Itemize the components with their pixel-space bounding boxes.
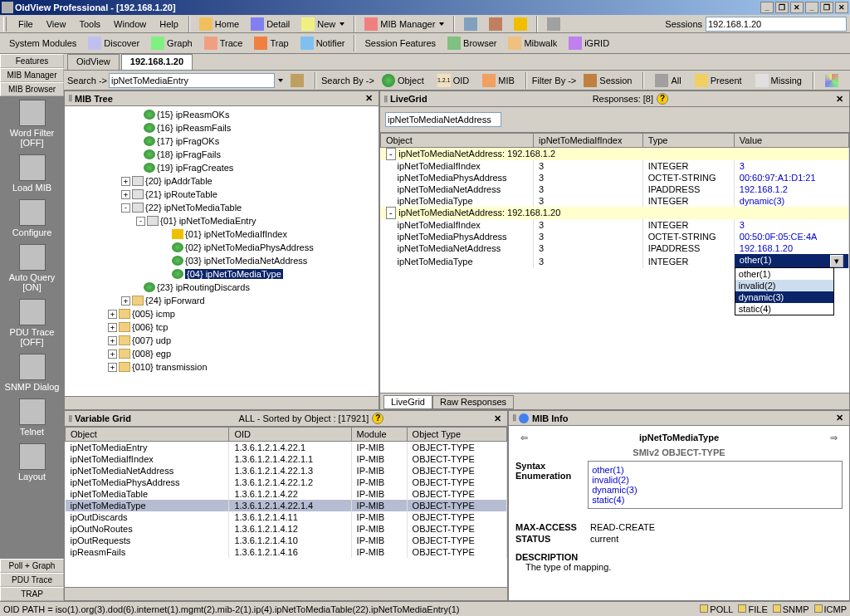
tree-node[interactable]: {03} ipNetToMediaNetAddress: [66, 254, 377, 267]
table-row[interactable]: ipNetToMediaIfIndex3INTEGER3: [381, 219, 849, 231]
column-header[interactable]: Module: [351, 428, 407, 442]
collapse-icon[interactable]: -: [136, 217, 145, 226]
filter-session[interactable]: Session: [578, 71, 638, 90]
cell-value[interactable]: 3: [734, 160, 848, 172]
cell-value[interactable]: 00:60:97:A1:D1:21: [734, 172, 848, 183]
expand-icon[interactable]: +: [108, 336, 117, 345]
graph-button[interactable]: Graph: [145, 34, 198, 52]
table-row[interactable]: ipNetToMediaIfIndex3INTEGER3: [381, 160, 849, 172]
prev-button[interactable]: ⇐: [515, 433, 533, 443]
sidebar-item[interactable]: SNMP Dialog: [0, 350, 64, 395]
table-row[interactable]: ipNetToMediaPhysAddress3OCTET-STRING00:6…: [381, 172, 849, 183]
column-header[interactable]: Object Type: [407, 428, 506, 442]
tree-body[interactable]: {15} ipReasmOKs{16} ipReasmFails{17} ipF…: [65, 106, 379, 396]
tree-node[interactable]: {02} ipNetToMediaPhysAddress: [66, 241, 377, 254]
tab-oidview[interactable]: OidView: [67, 54, 120, 70]
menu-tools[interactable]: Tools: [72, 17, 107, 31]
tree-node[interactable]: +{007} udp: [66, 334, 377, 347]
tree-node[interactable]: +{006} tcp: [66, 320, 377, 334]
close-button[interactable]: ✕: [790, 2, 804, 13]
table-row[interactable]: ipNetToMediaType3INTEGER▾other(1)invalid…: [381, 254, 849, 268]
group-header[interactable]: - ipNetToMediaNetAddress: 192.168.1.20: [381, 207, 849, 219]
sidebar-item[interactable]: Telnet: [0, 395, 64, 440]
sidebar-tab-trap[interactable]: TRAP: [0, 587, 64, 601]
tree-node[interactable]: {16} ipReasmFails: [66, 121, 377, 134]
expand-icon[interactable]: +: [108, 363, 117, 372]
vargrid-table[interactable]: ObjectOIDModuleObject TypeipNetToMediaEn…: [65, 427, 507, 587]
expand-icon[interactable]: +: [108, 350, 117, 359]
group-header[interactable]: - ipNetToMediaNetAddress: 192.168.1.2: [381, 148, 849, 161]
trace-button[interactable]: Trace: [198, 34, 249, 52]
tree-node[interactable]: -{22} ipNetToMediaTable: [66, 201, 377, 214]
tree-node[interactable]: {04} ipNetToMediaType: [66, 267, 377, 281]
tree-node[interactable]: {01} ipNetToMediaIfIndex: [66, 227, 377, 241]
sidebar-tab-mib-manager[interactable]: MIB Manager: [0, 68, 64, 82]
tree-node[interactable]: +{24} ipForward: [66, 294, 377, 307]
expand-icon[interactable]: +: [121, 177, 130, 186]
sidebar-item[interactable]: PDU Trace [OFF]: [0, 296, 64, 350]
tree-node[interactable]: +{010} transmission: [66, 360, 377, 374]
cell-value[interactable]: dynamic(3): [734, 195, 848, 207]
table-row[interactable]: ipNetToMediaType3INTEGERdynamic(3): [381, 195, 849, 207]
mib-manager-button[interactable]: MIB Manager: [359, 15, 450, 33]
column-header[interactable]: ipNetToMediaIfIndex: [534, 134, 643, 148]
tree-node[interactable]: {15} ipReasmOKs: [66, 108, 377, 121]
table-row[interactable]: ipNetToMediaNetAddress1.3.6.1.2.1.4.22.1…: [66, 465, 507, 477]
dropdown-input[interactable]: [740, 255, 814, 265]
notifier-button[interactable]: Notifier: [295, 34, 351, 52]
close-panel-button[interactable]: ✕: [363, 93, 375, 104]
table-row[interactable]: ipOutDiscards1.3.6.1.2.1.4.11IP-MIBOBJEC…: [66, 511, 507, 523]
tree-node[interactable]: -{01} ipNetToMediaEntry: [66, 214, 377, 227]
tool-icon-4[interactable]: [541, 15, 566, 33]
table-row[interactable]: ipNetToMediaPhysAddress1.3.6.1.2.1.4.22.…: [66, 477, 507, 488]
tab-session[interactable]: 192.168.1.20: [121, 54, 193, 70]
browser-button[interactable]: Browser: [442, 34, 502, 52]
close-panel-button[interactable]: ✕: [833, 94, 846, 105]
table-row[interactable]: ipNetToMediaEntry1.3.6.1.2.1.4.22.1IP-MI…: [66, 442, 507, 454]
table-row[interactable]: ipReasmFails1.3.6.1.2.1.4.16IP-MIBOBJECT…: [66, 546, 507, 558]
tree-node[interactable]: +{20} ipAddrTable: [66, 174, 377, 188]
home-button[interactable]: Home: [193, 15, 245, 33]
table-row[interactable]: ipNetToMediaIfIndex1.3.6.1.2.1.4.22.1.1I…: [66, 453, 507, 465]
collapse-icon[interactable]: -: [121, 203, 130, 213]
dropdown-option[interactable]: static(4): [735, 303, 833, 315]
child-minimize-button[interactable]: _: [805, 2, 818, 13]
new-button[interactable]: New: [296, 15, 350, 33]
table-row[interactable]: ipNetToMediaTable1.3.6.1.2.1.4.22IP-MIBO…: [66, 488, 507, 500]
detail-button[interactable]: Detail: [245, 15, 296, 33]
tree-node[interactable]: +{21} ipRouteTable: [66, 188, 377, 201]
cell-value[interactable]: 192.168.1.20: [734, 242, 848, 254]
sidebar-tab-poll-graph[interactable]: Poll + Graph: [0, 559, 64, 573]
sidebar-tab-features[interactable]: Features: [0, 54, 64, 68]
dropdown-option[interactable]: dynamic(3): [735, 291, 833, 303]
session-features-button[interactable]: Session Features: [359, 36, 442, 51]
menu-window[interactable]: Window: [107, 17, 153, 31]
close-panel-button[interactable]: ✕: [833, 413, 846, 423]
discover-button[interactable]: Discover: [82, 34, 145, 52]
expand-icon[interactable]: +: [108, 310, 117, 319]
sidebar-item[interactable]: Load MIB: [0, 151, 64, 196]
scrollbar[interactable]: [65, 587, 507, 600]
expand-icon[interactable]: +: [108, 323, 117, 332]
system-modules-button[interactable]: System Modules: [3, 36, 82, 51]
tree-node[interactable]: {18} ipFragFails: [66, 148, 377, 161]
table-row[interactable]: ipOutNoRoutes1.3.6.1.2.1.4.12IP-MIBOBJEC…: [66, 523, 507, 535]
searchby-oid[interactable]: 1.2.1OID: [432, 71, 476, 90]
sidebar-tab-pdu-trace[interactable]: PDU Trace: [0, 573, 64, 587]
sidebar-item[interactable]: Layout: [0, 440, 64, 485]
column-header[interactable]: OID: [229, 428, 351, 442]
cell-value[interactable]: 00:50:0F:05:CE:4A: [734, 231, 848, 242]
tree-node[interactable]: {17} ipFragOKs: [66, 134, 377, 148]
igrid-button[interactable]: iGRID: [563, 34, 615, 52]
search-input[interactable]: [109, 73, 275, 88]
child-close-button[interactable]: ✕: [835, 2, 848, 13]
sidebar-item[interactable]: Word Filter [OFF]: [0, 96, 64, 151]
dropdown-option[interactable]: invalid(2): [735, 280, 833, 291]
livegrid-table[interactable]: ObjectipNetToMediaIfIndexTypeValue- ipNe…: [380, 133, 849, 393]
sidebar-item[interactable]: Auto Query [ON]: [0, 241, 64, 296]
grid-options-button[interactable]: [819, 71, 844, 90]
column-header[interactable]: Type: [642, 134, 734, 148]
next-button[interactable]: ⇒: [825, 433, 843, 443]
tab-livegrid[interactable]: LiveGrid: [383, 395, 432, 409]
tree-node[interactable]: {23} ipRoutingDiscards: [66, 281, 377, 294]
